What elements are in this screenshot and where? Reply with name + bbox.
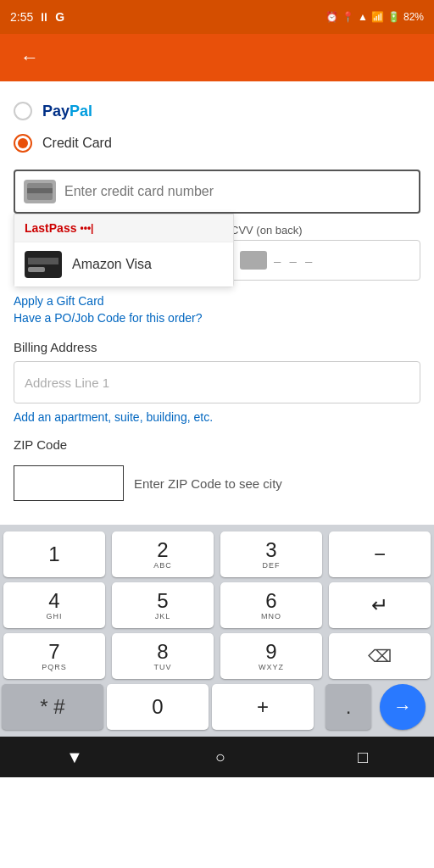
address-line-1-box[interactable]: Address Line 1: [14, 361, 420, 403]
cvv-card-icon: [240, 251, 267, 270]
alarm-icon: ⏰: [326, 11, 338, 23]
card-svg: [27, 183, 53, 200]
cvv-section: CVV (on back) – – –: [231, 224, 420, 281]
card-chip: [28, 267, 45, 272]
header: ←: [0, 34, 434, 81]
card-input-wrapper: LastPass •••| Amazon Visa: [14, 170, 420, 214]
cvv-field[interactable]: – – –: [231, 240, 420, 281]
location-icon: 📍: [342, 11, 354, 23]
status-right: ⏰ 📍 ▲ 📶 🔋 82%: [326, 11, 424, 23]
billing-address-label: Billing Address: [14, 340, 420, 354]
key-delete[interactable]: ⌫: [329, 633, 431, 679]
key-4[interactable]: 4 GHI: [3, 582, 105, 628]
back-button[interactable]: ←: [14, 40, 46, 75]
nav-back-icon[interactable]: ▼: [66, 748, 83, 767]
key-5[interactable]: 5 JKL: [112, 582, 214, 628]
pause-icon: ⏸: [38, 10, 50, 24]
key-9[interactable]: 9 WXYZ: [220, 633, 322, 679]
battery-icon: 🔋: [387, 11, 400, 23]
card-number-input[interactable]: [64, 184, 410, 199]
key-1[interactable]: 1: [3, 531, 105, 577]
card-stripe: [28, 258, 58, 264]
key-minus[interactable]: −: [329, 531, 431, 577]
link-section: Apply a Gift Card Have a PO/Job Code for…: [14, 294, 420, 325]
key-7[interactable]: 7 PQRS: [3, 633, 105, 679]
cvv-label: CVV (on back): [231, 224, 420, 236]
cvv-dashes: – – –: [274, 253, 314, 268]
paypal-radio[interactable]: [14, 102, 32, 120]
key-plus[interactable]: +: [212, 684, 314, 730]
delete-icon: ⌫: [368, 646, 392, 666]
nav-home-icon[interactable]: ○: [215, 748, 225, 767]
key-2[interactable]: 2 ABC: [112, 531, 214, 577]
zip-hint: Enter ZIP Code to see city: [134, 476, 282, 491]
payment-options: PayPal Credit Card: [14, 95, 420, 159]
saved-card-icon: [25, 251, 62, 278]
bottom-right-actions: . →: [315, 682, 434, 732]
status-bar: 2:55 ⏸ G ⏰ 📍 ▲ 📶 🔋 82%: [0, 0, 434, 34]
card-brand-icon: [24, 180, 56, 203]
key-3[interactable]: 3 DEF: [220, 531, 322, 577]
key-action-go[interactable]: →: [380, 684, 426, 730]
svg-rect-1: [27, 188, 53, 193]
lastpass-dropdown: LastPass •••| Amazon Visa: [14, 214, 234, 287]
g-icon: G: [55, 10, 64, 24]
battery-percent: 82%: [403, 11, 424, 23]
radio-selected-dot: [18, 138, 28, 148]
time-display: 2:55: [10, 10, 33, 24]
address-placeholder: Address Line 1: [25, 376, 109, 390]
system-nav-bar: ▼ ○ □: [0, 737, 434, 777]
credit-card-label: Credit Card: [42, 136, 112, 151]
zip-row: Enter ZIP Code to see city: [14, 465, 420, 501]
wifi-icon: ▲: [358, 11, 368, 23]
gift-card-link[interactable]: Apply a Gift Card: [14, 294, 420, 308]
key-8[interactable]: 8 TUV: [112, 633, 214, 679]
numpad-row-1: 1 2 ABC 3 DEF −: [0, 530, 434, 579]
lastpass-brand: LastPass: [25, 221, 76, 235]
key-enter[interactable]: ↵: [329, 582, 431, 628]
lastpass-saved-card-item[interactable]: Amazon Visa: [14, 242, 233, 287]
zip-input[interactable]: [14, 465, 124, 501]
lastpass-dots: •••|: [80, 222, 93, 234]
nav-recents-icon[interactable]: □: [358, 748, 368, 767]
saved-card-name: Amazon Visa: [72, 257, 152, 272]
add-apt-link[interactable]: Add an apartment, suite, building, etc.: [14, 410, 420, 424]
main-content: PayPal Credit Card LastPass •: [0, 81, 434, 515]
numpad-row-4: * # 0 + . →: [0, 682, 434, 732]
credit-card-radio[interactable]: [14, 134, 32, 153]
key-0[interactable]: 0: [107, 684, 209, 730]
zip-code-label: ZIP Code: [14, 437, 420, 452]
key-symbols[interactable]: * #: [2, 684, 103, 730]
numpad-row-3: 7 PQRS 8 TUV 9 WXYZ ⌫: [0, 632, 434, 681]
credit-card-option[interactable]: Credit Card: [14, 127, 420, 159]
signal-icon: 📶: [371, 11, 384, 23]
status-left: 2:55 ⏸ G: [10, 10, 64, 24]
key-period[interactable]: .: [326, 684, 371, 730]
po-code-link[interactable]: Have a PO/Job Code for this order?: [14, 311, 420, 325]
paypal-label: PayPal: [42, 103, 92, 120]
numpad-row-2: 4 GHI 5 JKL 6 MNO ↵: [0, 581, 434, 630]
numpad: 1 2 ABC 3 DEF − 4 GHI 5 JKL 6 MNO ↵: [0, 525, 434, 737]
lastpass-header: LastPass •••|: [14, 214, 233, 242]
go-arrow-icon: →: [393, 698, 412, 716]
paypal-option[interactable]: PayPal: [14, 95, 420, 127]
card-input-box[interactable]: [14, 170, 420, 214]
key-6[interactable]: 6 MNO: [220, 582, 322, 628]
